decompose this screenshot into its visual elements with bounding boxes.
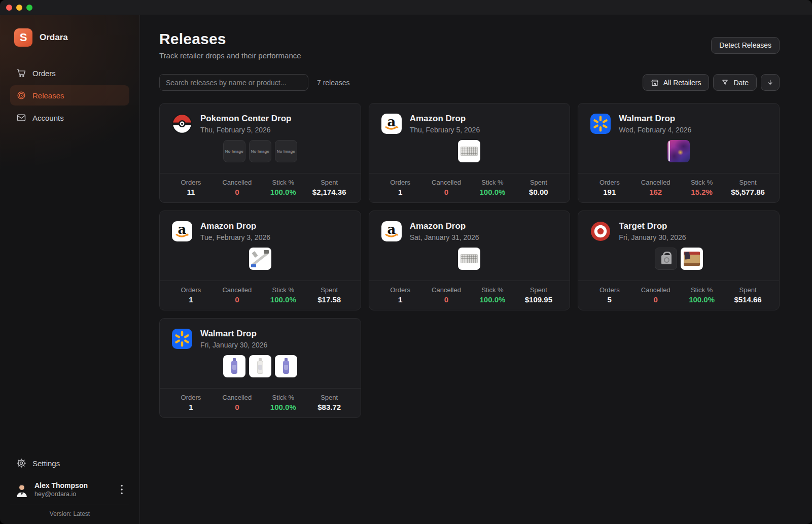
sidebar-item-releases[interactable]: Releases [10,85,129,106]
stat-label: Stick % [260,179,306,186]
page-title: Releases [159,30,301,48]
release-stats: Orders1 Cancelled0 Stick %100.0% Spent$0… [369,173,570,202]
product-thumbnail-keyboard [458,248,480,270]
release-card[interactable]: Pokemon Center Drop Thu, February 5, 202… [159,103,361,203]
shopping-bag-placeholder [655,248,677,270]
stat-label: Stick % [679,179,725,186]
stat-value-stick: 100.0% [260,295,306,304]
stat-value-stick: 15.2% [679,188,725,196]
stat-value-stick: 100.0% [469,188,515,196]
stat-label: Stick % [469,286,515,294]
no-image-placeholder: No Image [249,140,271,162]
release-stats: Orders1 Cancelled0 Stick %100.0% Spent$8… [160,388,361,417]
stat-label: Spent [306,394,352,401]
retailer-filter-button[interactable]: All Retailers [643,74,710,91]
stat-value-cancelled: 0 [423,188,470,196]
user-options-button[interactable] [116,483,127,496]
minimize-button[interactable] [16,5,22,11]
product-thumbnails [578,140,779,162]
sidebar-item-label: Releases [32,91,64,100]
target-icon [16,90,26,100]
release-card[interactable]: a Amazon Drop Sat, January 31, 2026 [369,211,571,310]
filter-funnel-icon [721,79,729,86]
sort-direction-button[interactable] [761,74,780,91]
release-card[interactable]: a Amazon Drop Thu, February 5, 2026 [369,103,571,203]
release-card[interactable]: a Amazon Drop Tue, February 3, 2026 [159,211,361,310]
user-menu[interactable]: Alex Thompson hey@ordara.io [10,481,129,498]
sort-by-date-button[interactable]: Date [713,74,757,91]
stat-value-spent: $109.95 [515,295,561,304]
storefront-icon [651,79,659,87]
user-email: hey@ordara.io [34,491,110,498]
stat-value-cancelled: 0 [423,295,470,304]
product-thumbnail-pokemon-box [667,140,690,162]
release-title: Amazon Drop [200,221,270,231]
stat-label: Cancelled [423,286,470,294]
release-title: Amazon Drop [410,114,480,124]
stat-value-cancelled: 0 [214,403,260,411]
app-logo-icon: S [14,28,32,47]
no-image-placeholder: No Image [275,140,297,162]
releases-grid: Pokemon Center Drop Thu, February 5, 202… [159,103,780,418]
sidebar: S Ordara Orders Releases [0,15,140,524]
page-subtitle: Track retailer drops and their performan… [159,51,301,60]
window-titlebar [0,0,812,15]
walmart-logo [172,329,192,349]
release-stats: Orders1 Cancelled0 Stick %100.0% Spent$1… [369,281,570,310]
user-name: Alex Thompson [34,481,110,490]
cart-icon [16,68,26,78]
search-input[interactable] [159,74,308,91]
walmart-logo [590,114,611,134]
toolbar: 7 releases All Retailers Date [159,74,780,91]
product-thumbnail-purple-bottle [223,355,245,377]
zoom-button[interactable] [26,5,32,11]
product-thumbnails [369,140,570,162]
release-date: Sat, January 31, 2026 [410,233,479,241]
stat-value-orders: 11 [168,188,214,196]
stat-label: Spent [306,179,352,186]
target-logo [590,221,611,241]
sidebar-nav: Orders Releases Accounts [10,63,129,128]
product-thumbnail-white-bottle [249,355,271,377]
svg-text:a: a [387,222,396,237]
sidebar-item-orders[interactable]: Orders [10,63,129,83]
product-thumbnail-caliper [249,248,271,270]
release-card[interactable]: Target Drop Fri, January 30, 2026 Orders… [578,211,780,310]
stat-value-stick: 100.0% [260,188,306,196]
product-thumbnails [369,248,570,270]
stat-label: Orders [586,179,632,186]
product-thumbnail-keyboard [458,140,480,162]
release-title: Walmart Drop [200,329,267,339]
release-stats: Orders1 Cancelled0 Stick %100.0% Spent$1… [160,281,361,310]
release-stats: Orders11 Cancelled0 Stick %100.0% Spent$… [160,173,361,202]
avatar [15,482,28,497]
settings-button[interactable]: Settings [10,453,129,473]
product-thumbnail-purple-bottle [275,355,297,377]
release-card[interactable]: Walmart Drop Fri, January 30, 2026 Order… [159,318,361,418]
stat-label: Orders [168,179,214,186]
stat-label: Spent [515,179,561,186]
stat-value-orders: 1 [168,403,214,411]
sidebar-bottom: Settings Alex Thompson hey@ordara.io [10,453,129,524]
release-title: Pokemon Center Drop [200,114,291,124]
close-button[interactable] [6,5,12,11]
product-thumbnails [578,248,779,270]
product-thumbnails [160,248,361,270]
svg-text:a: a [178,222,187,237]
arrow-down-icon [766,79,774,86]
release-title: Amazon Drop [410,221,479,231]
stat-label: Spent [306,286,352,294]
release-title: Walmart Drop [619,114,691,124]
stat-value-spent: $17.58 [306,295,352,304]
stat-label: Stick % [260,394,306,401]
detect-releases-button[interactable]: Detect Releases [711,37,780,54]
stat-label: Cancelled [423,179,470,186]
product-thumbnail-cards-pack [681,248,703,270]
sidebar-item-accounts[interactable]: Accounts [10,108,129,128]
stat-label: Cancelled [632,179,679,186]
stat-value-spent: $83.72 [306,403,352,411]
release-count: 7 releases [317,79,350,87]
stat-label: Stick % [469,179,515,186]
stat-label: Spent [725,179,771,186]
release-card[interactable]: Walmart Drop Wed, February 4, 2026 Order… [578,103,780,203]
